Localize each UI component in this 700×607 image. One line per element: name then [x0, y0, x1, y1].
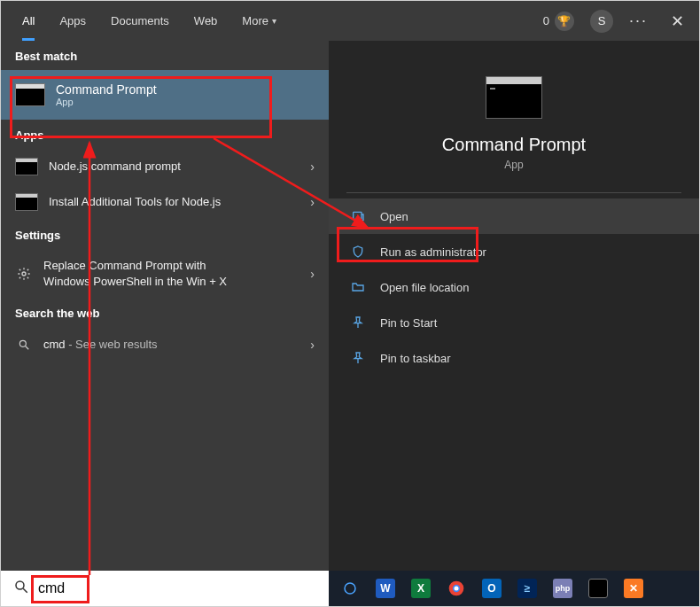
section-best-match: Best match	[1, 41, 329, 70]
header-right: 0 🏆 S ··· ✕	[543, 10, 690, 33]
result-line1: Replace Command Prompt with	[43, 258, 299, 274]
action-pin-taskbar[interactable]: Pin to taskbar	[329, 340, 699, 376]
result-preview-pane: Command Prompt App Open Run as administr…	[329, 41, 699, 571]
tab-label: All	[22, 14, 35, 27]
svg-point-1	[19, 340, 26, 346]
chevron-right-icon: ›	[310, 160, 315, 174]
powershell-icon: ≥	[517, 579, 537, 598]
web-query: cmd	[43, 338, 66, 351]
result-title: Install Additional Tools for Node.js	[49, 194, 299, 210]
xampp-icon: ✕	[624, 579, 643, 598]
taskbar-powershell[interactable]: ≥	[511, 571, 543, 606]
section-apps: Apps	[1, 120, 329, 149]
php-icon: php	[553, 579, 572, 598]
taskbar-php[interactable]: php	[547, 571, 579, 606]
section-search-web: Search the web	[1, 298, 329, 327]
taskbar-outlook[interactable]: O	[476, 571, 508, 606]
gear-icon	[15, 265, 33, 283]
taskbar-word[interactable]: W	[369, 571, 401, 606]
tab-apps[interactable]: Apps	[47, 1, 98, 41]
rewards-points: 0	[543, 14, 549, 27]
taskbar-xampp[interactable]: ✕	[618, 571, 649, 606]
action-label: Run as administrator	[380, 245, 486, 259]
svg-point-8	[345, 583, 355, 594]
pin-icon	[350, 350, 366, 366]
result-line2: Windows PowerShell in the Win + X	[43, 274, 299, 290]
chevron-right-icon: ›	[310, 195, 315, 209]
search-input[interactable]	[38, 580, 316, 596]
tab-label: Apps	[59, 14, 86, 27]
result-web-search[interactable]: cmd - See web results ›	[1, 327, 329, 362]
result-title: Node.js command prompt	[49, 159, 299, 175]
command-prompt-icon	[15, 193, 38, 211]
close-button[interactable]: ✕	[664, 12, 690, 31]
action-open-location[interactable]: Open file location	[329, 269, 699, 305]
divider	[346, 192, 681, 193]
tab-documents[interactable]: Documents	[98, 1, 182, 41]
open-icon	[350, 208, 366, 224]
taskbar-excel[interactable]: X	[405, 571, 437, 606]
chevron-right-icon: ›	[310, 267, 315, 281]
action-label: Pin to Start	[380, 316, 437, 330]
result-install-node-tools[interactable]: Install Additional Tools for Node.js ›	[1, 184, 329, 220]
command-prompt-icon	[15, 158, 38, 175]
svg-rect-3	[354, 212, 362, 219]
shield-icon	[350, 244, 366, 260]
best-match-result[interactable]: Command Prompt App	[1, 70, 329, 120]
action-open[interactable]: Open	[329, 198, 699, 234]
tab-label: Web	[194, 14, 218, 27]
tab-label: Documents	[111, 14, 169, 27]
search-header: All Apps Documents Web More▾ 0 🏆 S ··· ✕	[1, 1, 699, 41]
word-icon: W	[376, 579, 395, 598]
tab-all[interactable]: All	[10, 1, 47, 41]
taskbar: W X O ≥ php ✕	[1, 571, 699, 606]
action-label: Open	[380, 210, 408, 223]
result-replace-cmd-powershell[interactable]: Replace Command Prompt with Windows Powe…	[1, 249, 329, 298]
avatar-initial: S	[598, 14, 606, 27]
search-icon	[13, 579, 29, 598]
search-body: Best match Command Prompt App Apps Node.…	[1, 41, 699, 571]
web-suffix: - See web results	[66, 338, 158, 351]
pin-icon	[350, 315, 366, 331]
result-title: Command Prompt	[56, 82, 157, 97]
section-settings: Settings	[1, 220, 329, 249]
preview-hero: Command Prompt App	[329, 76, 699, 171]
tab-more[interactable]: More▾	[229, 1, 289, 41]
command-prompt-icon	[486, 76, 542, 119]
folder-icon	[350, 279, 366, 295]
taskbar-chrome[interactable]	[440, 571, 472, 606]
chevron-down-icon: ▾	[272, 16, 276, 26]
tab-web[interactable]: Web	[182, 1, 230, 41]
search-box[interactable]	[1, 571, 329, 606]
search-tabs: All Apps Documents Web More▾	[10, 1, 289, 41]
action-label: Open file location	[380, 281, 469, 294]
svg-point-6	[16, 581, 24, 589]
action-run-admin[interactable]: Run as administrator	[329, 234, 699, 269]
chevron-right-icon: ›	[310, 338, 315, 352]
result-title: Replace Command Prompt with Windows Powe…	[43, 258, 299, 289]
svg-line-7	[23, 588, 27, 593]
outlook-icon: O	[482, 579, 502, 598]
rewards-button[interactable]: 0 🏆	[543, 12, 574, 31]
account-avatar[interactable]: S	[590, 10, 613, 33]
taskbar-terminal[interactable]	[582, 571, 614, 606]
command-prompt-icon	[15, 83, 45, 106]
search-icon	[15, 336, 33, 354]
preview-subtitle: App	[329, 159, 699, 171]
terminal-icon	[588, 579, 608, 598]
excel-icon: X	[411, 579, 431, 598]
result-nodejs-prompt[interactable]: Node.js command prompt ›	[1, 149, 329, 184]
svg-line-2	[26, 346, 29, 350]
svg-point-11	[455, 587, 459, 591]
action-pin-start[interactable]: Pin to Start	[329, 305, 699, 340]
taskbar-apps: W X O ≥ php ✕	[329, 571, 699, 606]
best-match-texts: Command Prompt App	[56, 82, 157, 107]
more-options-button[interactable]: ···	[629, 12, 648, 30]
result-subtitle: App	[56, 97, 157, 107]
action-label: Pin to taskbar	[380, 352, 451, 365]
results-list: Best match Command Prompt App Apps Node.…	[1, 41, 329, 571]
result-title: cmd - See web results	[43, 337, 299, 353]
trophy-icon: 🏆	[555, 12, 574, 31]
preview-title: Command Prompt	[329, 135, 699, 155]
taskbar-cortana[interactable]	[334, 571, 366, 606]
